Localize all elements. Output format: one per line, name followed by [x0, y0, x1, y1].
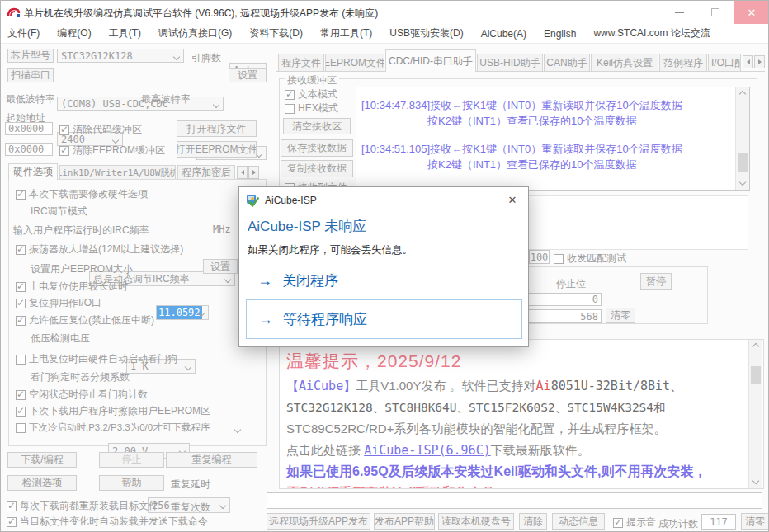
tab-cdc-hid-serial-assistant[interactable]: CDC/HID-串口助手 — [385, 49, 476, 72]
stop-button[interactable]: 停止 — [99, 452, 164, 468]
chip-model-button[interactable]: 芯片型号 — [7, 49, 54, 63]
news-title: 温馨提示，2025/9/12 — [286, 350, 743, 373]
text-mode-checkbox[interactable]: 文本模式 — [285, 87, 337, 101]
tab-keil-settings[interactable]: Keil仿真设置 — [591, 54, 658, 71]
hw-idle-wdt-checkbox[interactable]: 空闲状态时停止看门狗计数 — [16, 388, 148, 402]
irc-freq-combo[interactable]: 11.0592 — [156, 305, 209, 320]
repeat-delay-label: 重复延时 — [171, 478, 210, 492]
irc-mode-label: IRC调节模式 — [31, 205, 87, 219]
announcement-scrollbar[interactable] — [748, 340, 762, 488]
scan-port-button[interactable]: 扫描串口 — [7, 68, 54, 82]
menu-debug-interface[interactable]: 调试仿真接口(G) — [158, 26, 232, 40]
news-line-2: STC32G12K128、STC8H8K64U、STC15F2K60S2、STC… — [286, 400, 743, 416]
dialog-heading: AiCube-ISP 未响应 — [248, 217, 366, 236]
hw-lvr-checkbox[interactable]: 允许低压复位(禁止低压中断) — [16, 313, 154, 327]
menu-downloads[interactable]: 资料下载(D) — [249, 26, 303, 40]
hw-erase-eeprom-checkbox[interactable]: 下次下载用户程序时擦除用户EEPROM区 — [16, 404, 210, 418]
beep-checkbox[interactable]: 提示音 — [613, 516, 656, 530]
clear-button[interactable]: 清除 — [519, 513, 547, 530]
menu-file[interactable]: 文件(F) — [7, 26, 40, 40]
menu-usb-driver[interactable]: USB驱动安装(D) — [389, 26, 463, 40]
check-options-button[interactable]: 检测选项 — [7, 475, 77, 491]
clear-receive-button[interactable]: 清空接收区 — [283, 118, 351, 134]
hw-modify-options-checkbox[interactable]: 本次下载需要修改硬件选项 — [16, 187, 148, 201]
match-test-checkbox[interactable]: 收发匹配测试 — [554, 252, 626, 266]
close-program-link[interactable]: → 关闭程序 — [257, 271, 338, 290]
wait-program-box[interactable]: → 等待程序响应 — [246, 299, 522, 339]
close-button[interactable]: ✕ — [734, 1, 769, 24]
tab-examples[interactable]: 范例程序 — [659, 54, 707, 71]
open-program-button[interactable]: 打开程序文件 — [177, 120, 257, 137]
tab-offline-download[interactable]: Link1D/Writer1A/U8W脱机 — [59, 165, 176, 180]
menu-program[interactable]: 编程(O) — [57, 26, 91, 40]
maximize-button[interactable] — [697, 1, 734, 24]
chip-model-combo[interactable]: STC32G12K128 — [57, 49, 184, 63]
copy-receive-button[interactable]: 复制接收数据 — [281, 160, 353, 177]
scrollbar-thumb[interactable] — [751, 366, 761, 384]
read-disk-id-button[interactable]: 读取本机硬盘号 — [438, 513, 514, 530]
publish-help-button[interactable]: 发布APP帮助 — [374, 513, 435, 530]
tab-scroll-left-button[interactable] — [237, 166, 248, 179]
scroll-down-button[interactable] — [749, 475, 762, 488]
tab-encrypted-transfer[interactable]: 程序加密后 — [177, 165, 235, 180]
port-settings-button[interactable]: 设置 — [229, 68, 267, 82]
menu-common-tools[interactable]: 常用工具(T) — [320, 26, 372, 40]
tab-hardware-options[interactable]: 硬件选项 — [8, 163, 58, 180]
menu-english[interactable]: English — [544, 28, 576, 40]
scroll-down-button[interactable] — [736, 177, 749, 190]
counter-clear-button[interactable]: 清零 — [606, 308, 635, 323]
scroll-up-button[interactable] — [749, 340, 762, 353]
hex-mode-checkbox[interactable]: HEX模式 — [285, 101, 338, 115]
scroll-up-button[interactable] — [736, 87, 749, 101]
code-address-input[interactable]: 0x0000 — [5, 122, 53, 135]
reset-count-button[interactable]: 清零 — [741, 513, 769, 530]
tab-io-config[interactable]: I/O口配置 — [708, 54, 741, 71]
receive-log-area[interactable]: [10:34:47.834]接收←按K1键（INT0）重新读取并保存10个温度数… — [356, 87, 750, 191]
pause-button[interactable]: 暂停 — [640, 273, 672, 290]
menu-website-link[interactable]: www.STCAI.com 论坛交流 — [593, 26, 710, 40]
help-button[interactable]: 帮助 — [99, 475, 164, 491]
scrollbar-thumb[interactable] — [738, 153, 748, 172]
menu-tools[interactable]: 工具(T) — [109, 26, 141, 40]
tab-scroll-right-button[interactable] — [248, 166, 259, 179]
tab-can-assistant[interactable]: CAN助手 — [544, 54, 590, 71]
download-button[interactable]: 下载/编程 — [7, 452, 77, 468]
open-eeprom-button[interactable]: 打开EEPROM文件 — [177, 141, 257, 158]
eeprom-address-input[interactable]: 0x0000 — [5, 143, 53, 156]
tab-program-file[interactable]: 程序文件 — [278, 54, 324, 71]
hw-osc-gain-checkbox[interactable]: 振荡器放大增益(12M以上建议选择) — [16, 242, 183, 257]
receive-buffer-label: 接收缓冲区 — [285, 73, 339, 87]
hw-reset-pin-io-checkbox[interactable]: 复位脚用作I/O口 — [16, 296, 101, 310]
receive-scrollbar[interactable] — [735, 87, 749, 190]
match-count-input[interactable]: 100 — [529, 250, 550, 264]
minimize-button[interactable] — [661, 1, 697, 24]
hw-long-por-delay-checkbox[interactable]: 上电复位使用较长延时 — [16, 280, 128, 294]
rtab-scroll-right-button[interactable] — [754, 55, 765, 68]
rtab-scroll-left-button[interactable] — [743, 55, 753, 68]
dialog-close-button[interactable]: ✕ — [503, 192, 521, 207]
serial-port-combo[interactable]: (COM8) USB-CDC,CDC — [57, 97, 224, 111]
remote-publish-button[interactable]: 远程现场升级APP发布 — [267, 513, 370, 530]
hw-wdt-auto-checkbox[interactable]: 上电复位时由硬件自动启动看门狗 — [16, 352, 177, 366]
autoload-checkbox[interactable]: 当目标文件变化时自动装载并发送下载命令 — [7, 515, 208, 529]
save-receive-button[interactable]: 保存接收数据 — [281, 139, 353, 157]
dynamic-info-button[interactable]: 动态信息 — [552, 513, 605, 530]
success-count-input[interactable]: 117 — [701, 514, 736, 530]
tab-eeprom-file[interactable]: EEPROM文件 — [325, 54, 384, 71]
tab-usb-hid-assistant[interactable]: USB-HID助手 — [477, 54, 543, 71]
chevron-down-icon — [213, 101, 219, 108]
menu-aicube[interactable]: AiCube(A) — [481, 28, 526, 40]
clear-code-checkbox[interactable]: 清除代码缓冲区 — [59, 123, 142, 137]
triangle-right-icon — [252, 170, 256, 175]
checkbox-icon — [7, 517, 17, 527]
eeprom-set-button[interactable]: 设置 — [203, 259, 238, 274]
download-link[interactable]: AiCube-ISP(6.96C) — [364, 443, 491, 458]
reload-target-checkbox[interactable]: 每次下载前都重新装载目标文件 — [7, 499, 158, 513]
hw-cold-boot-checkbox[interactable]: 下次冷启动时,P3.2/P3.3为0/0才可下载程序 — [16, 421, 210, 434]
news-line-5: 如果已使用6.95Q及后续版本安装过Keil驱动和头文件,则不用再次安装， — [286, 464, 743, 481]
wait-program-link[interactable]: → 等待程序响应 — [258, 310, 367, 329]
checkbox-icon — [16, 190, 26, 200]
repeat-program-button[interactable]: 重复编程 — [166, 452, 257, 468]
publish-path-input[interactable] — [267, 492, 762, 509]
clear-eeprom-checkbox[interactable]: 清除EEPROM缓冲区 — [59, 144, 165, 158]
